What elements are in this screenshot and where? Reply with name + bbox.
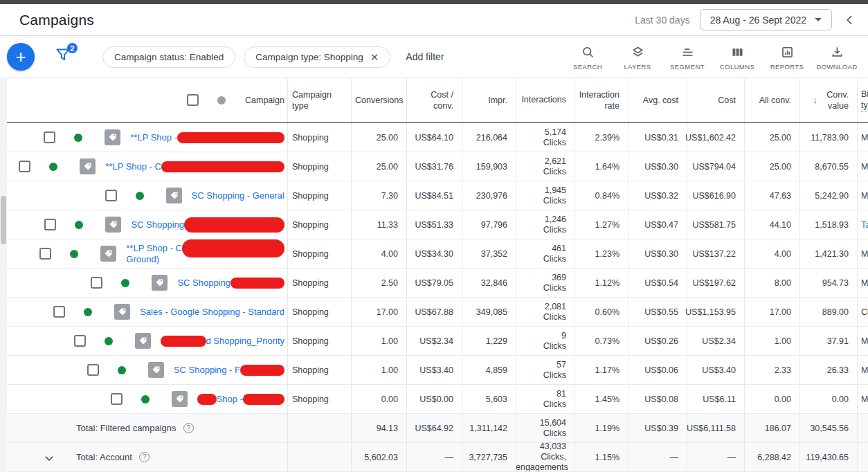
row-checkbox[interactable]: [44, 219, 56, 230]
scrollbar-thumb[interactable]: [1, 196, 6, 244]
help-icon[interactable]: ?: [183, 423, 194, 433]
cell-cost-per-conv: US$51.33: [406, 210, 462, 239]
column-header-interaction-rate[interactable]: Interaction rate: [575, 78, 628, 122]
shopping-campaign-icon: [105, 129, 120, 145]
action-label: REPORTS: [770, 63, 804, 71]
add-filter-button[interactable]: Add filter: [406, 51, 444, 62]
cell-impressions: 4,859: [462, 356, 516, 384]
total-row: Total: Account?5,602.03—3,727,73543,033C…: [0, 443, 868, 472]
status-enabled-icon[interactable]: [70, 250, 78, 258]
column-header-conv-value[interactable]: ↓ Conv. value: [799, 78, 857, 122]
download-button[interactable]: DOWNLOAD: [815, 44, 858, 71]
cell-impressions-value: 230,976: [476, 191, 507, 201]
table-row: Sales - Google Shopping - StandardShoppi…: [0, 298, 868, 327]
date-range-picker[interactable]: 28 Aug - 26 Sept 2022: [700, 9, 832, 30]
bid-type-value: M: [861, 249, 868, 259]
chip-campaign-status[interactable]: Campaign status: Enabled: [102, 46, 235, 68]
cell-avg-cost-value: US$0.55: [644, 307, 678, 317]
campaign-name: d Shopping_Priority: [161, 336, 284, 347]
row-checkbox[interactable]: [111, 393, 123, 405]
status-enabled-icon[interactable]: [49, 163, 57, 171]
cell-impressions-value: 3,727,735: [469, 453, 507, 462]
status-enabled-icon[interactable]: [74, 134, 82, 142]
status-filter-dot-icon[interactable]: [217, 96, 226, 105]
reports-button[interactable]: REPORTS: [766, 44, 808, 71]
campaign-link[interactable]: **LP Shop - C: [126, 243, 284, 254]
cell-interaction-rate-value: 1.19%: [595, 424, 620, 433]
status-enabled-icon[interactable]: [141, 395, 150, 403]
cell-interaction-rate: 0.73%: [575, 327, 628, 355]
previous-period-button[interactable]: [842, 12, 858, 28]
cell-cost: US$3.40: [687, 356, 744, 384]
campaign-link[interactable]: Ground): [126, 254, 159, 265]
cell-conversions: 0.00: [351, 385, 406, 413]
row-checkbox[interactable]: [91, 277, 102, 289]
campaign-link[interactable]: d Shopping_Priority: [161, 336, 284, 347]
status-enabled-icon[interactable]: [75, 221, 83, 229]
tag-icon: [107, 132, 118, 143]
layers-button[interactable]: LAYERS: [616, 44, 659, 71]
campaign-link[interactable]: Shop -: [197, 394, 284, 405]
select-all-checkbox[interactable]: [187, 94, 199, 106]
column-header-conversions[interactable]: Conversions: [351, 78, 406, 122]
cell-cost-per-conv: US$64.10: [406, 123, 462, 152]
left-scrollbar[interactable]: [0, 78, 7, 472]
filter-funnel-button[interactable]: 2: [54, 46, 75, 68]
campaign-name-line: **LP Shop - C: [105, 161, 284, 172]
segment-button[interactable]: SEGMENT: [666, 44, 709, 71]
cell-avg-cost-value: US$0.30: [644, 249, 678, 259]
total-label: Total: Account: [76, 452, 132, 462]
chip-campaign-type[interactable]: Campaign type: Shopping ✕: [244, 46, 390, 68]
campaign-name-text: **LP Shop -: [130, 132, 177, 143]
cell-all-conv: 4.00: [744, 239, 799, 268]
column-header-impressions[interactable]: Impr.: [462, 78, 516, 122]
bid-type-value[interactable]: Ta: [861, 220, 868, 230]
column-header-campaign[interactable]: Campaign: [245, 96, 284, 105]
cell-conv-value-value: 30,545.56: [810, 424, 849, 433]
chip-remove-icon[interactable]: ✕: [370, 52, 379, 62]
cell-bid-type: M: [857, 385, 868, 413]
search-button[interactable]: SEARCH: [566, 44, 609, 71]
shopping-campaign-icon: [80, 158, 96, 174]
cell-all-conv-value: 25.00: [770, 162, 791, 172]
cell-cost-value: US$616.90: [692, 191, 736, 201]
status-enabled-icon[interactable]: [84, 308, 92, 316]
row-checkbox[interactable]: [44, 131, 55, 143]
column-header-interactions[interactable]: Interactions: [516, 78, 575, 122]
campaign-link[interactable]: SC Shopping - F: [174, 365, 284, 376]
row-checkbox[interactable]: [74, 335, 86, 347]
cell-cost: US$2.34: [687, 327, 744, 355]
cell-impressions-value: 1,311,142: [469, 424, 507, 433]
column-header-campaign-type[interactable]: Campaign type: [287, 78, 351, 122]
campaign-link[interactable]: SC Shopping: [177, 278, 284, 289]
status-enabled-icon[interactable]: [105, 337, 113, 345]
cell-interaction-rate: 1.23%: [575, 239, 628, 268]
column-header-all-conv[interactable]: All conv.: [744, 78, 799, 122]
column-header-bid-type[interactable]: Bid type: [857, 78, 868, 122]
help-icon[interactable]: ?: [139, 452, 150, 462]
cell-interactions: 81Clicks: [516, 385, 575, 413]
cell-cost-per-conv: US$3.40: [406, 356, 462, 384]
column-header-cost-per-conv[interactable]: Cost / conv.: [406, 78, 462, 122]
add-campaign-button[interactable]: +: [7, 43, 35, 71]
campaign-link[interactable]: **LP Shop -: [130, 132, 284, 143]
campaign-link[interactable]: SC Shopping: [131, 219, 284, 230]
campaign-link[interactable]: Sales - Google Shopping - Standard: [140, 307, 284, 318]
interactions-value: 43,033: [540, 443, 566, 452]
status-enabled-icon[interactable]: [118, 366, 126, 374]
column-header-cost[interactable]: Cost: [687, 78, 744, 122]
row-checkbox[interactable]: [87, 364, 99, 376]
expand-account-button[interactable]: [43, 452, 55, 466]
cell-conv-value: 954.73: [799, 269, 857, 297]
columns-button[interactable]: COLUMNS: [716, 44, 759, 71]
row-checkbox[interactable]: [53, 306, 65, 318]
column-header-avg-cost[interactable]: Avg. cost: [628, 78, 687, 122]
row-checkbox[interactable]: [39, 248, 51, 260]
campaign-link[interactable]: SC Shopping - General: [192, 190, 284, 201]
row-checkbox[interactable]: [19, 161, 30, 172]
status-enabled-icon[interactable]: [121, 279, 129, 287]
campaign-link[interactable]: **LP Shop - C: [105, 161, 284, 172]
status-enabled-icon[interactable]: [136, 192, 144, 200]
cell-cost-value: US$6.11: [703, 394, 736, 404]
row-checkbox[interactable]: [105, 190, 117, 201]
